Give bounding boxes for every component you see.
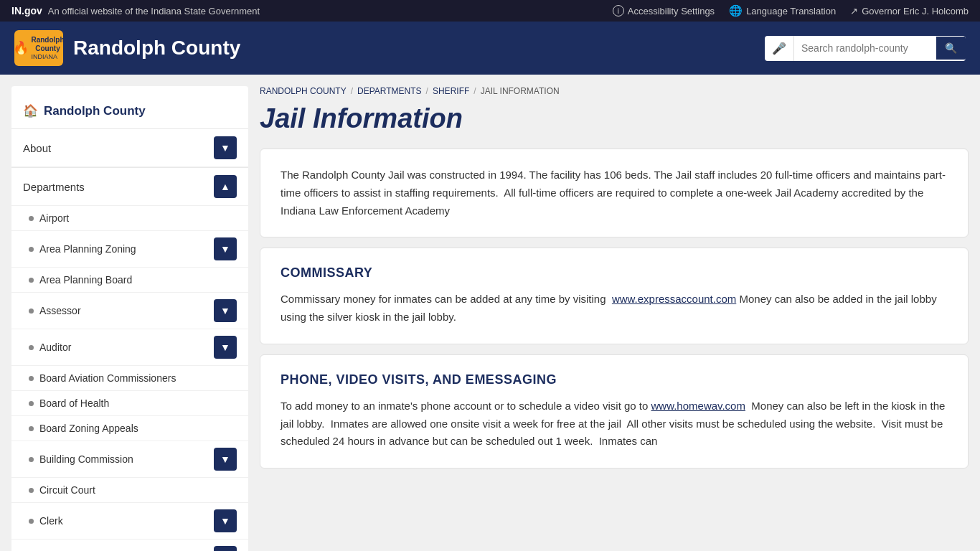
jin-logo[interactable]: IN.gov <box>11 5 42 17</box>
info-icon: i <box>613 5 624 17</box>
globe-icon: 🌐 <box>729 4 743 17</box>
breadcrumb-sep3: / <box>473 86 476 96</box>
sidebar-row-departments[interactable]: Departments ▲ <box>11 168 248 206</box>
card-intro-text: The Randolph County Jail was constructed… <box>281 166 948 220</box>
sidebar-about-label: About <box>23 142 51 154</box>
breadcrumb-sheriff[interactable]: SHERIFF <box>433 86 469 96</box>
clerk-expand-button[interactable]: ▼ <box>214 509 237 532</box>
breadcrumb-sep1: / <box>351 86 353 96</box>
dot-icon <box>29 345 34 350</box>
card-phone-video: PHONE, VIDEO VISITS, AND EMESSAGING To a… <box>260 354 969 468</box>
site-header: 🔥 Randolph County INDIANA Randolph Count… <box>0 22 980 75</box>
dot-icon <box>29 457 34 462</box>
logo-torch-icon: 🔥 <box>13 40 29 56</box>
about-expand-button[interactable]: ▼ <box>214 136 237 159</box>
dot-icon <box>29 247 34 252</box>
sidebar-item-clerk[interactable]: Clerk ▼ <box>11 503 248 540</box>
sidebar: 🏠 Randolph County About ▼ Departments ▲ <box>11 86 248 551</box>
auditor-expand-button[interactable]: ▼ <box>214 336 237 359</box>
dot-icon <box>29 278 34 283</box>
commissary-text: Commissary money for inmates can be adde… <box>281 291 948 326</box>
departments-expand-button[interactable]: ▲ <box>214 175 237 198</box>
dot-icon <box>29 488 34 493</box>
card-intro: The Randolph County Jail was constructed… <box>260 149 969 237</box>
search-button[interactable]: 🔍 <box>936 37 966 60</box>
homewav-link[interactable]: www.homewav.com <box>651 400 745 412</box>
building-commission-expand-button[interactable]: ▼ <box>214 448 237 471</box>
search-box: 🎤 🔍 <box>765 36 966 61</box>
breadcrumb-departments[interactable]: DEPARTMENTS <box>357 86 422 96</box>
area-planning-zoning-expand-button[interactable]: ▼ <box>214 237 237 260</box>
gov-bar-left: IN.gov An official website of the Indian… <box>11 5 260 17</box>
sidebar-section-about: About ▼ <box>11 128 248 167</box>
page-title: Jail Information <box>260 103 969 134</box>
card-commissary: COMMISSARY Commissary money for inmates … <box>260 248 969 344</box>
sidebar-item-board-aviation[interactable]: Board Aviation Commissioners <box>11 366 248 391</box>
home-icon: 🏠 <box>23 103 38 118</box>
breadcrumb: RANDOLPH COUNTY / DEPARTMENTS / SHERIFF … <box>260 86 969 96</box>
logo-text-line2: INDIANA <box>31 53 64 60</box>
site-logo: 🔥 Randolph County INDIANA Randolph Count… <box>14 30 240 66</box>
phone-video-text: To add money to an inmate's phone accoun… <box>281 397 948 451</box>
dot-icon <box>29 309 34 314</box>
phone-video-heading: PHONE, VIDEO VISITS, AND EMESSAGING <box>281 372 948 387</box>
breadcrumb-sep2: / <box>426 86 428 96</box>
dot-icon <box>29 519 34 524</box>
content-area: RANDOLPH COUNTY / DEPARTMENTS / SHERIFF … <box>260 86 969 551</box>
dot-icon <box>29 216 34 221</box>
dot-icon <box>29 376 34 381</box>
assessor-expand-button[interactable]: ▼ <box>214 299 237 322</box>
governor-link[interactable]: ↗ Governor Eric J. Holcomb <box>850 6 969 17</box>
sidebar-item-board-zoning-appeals[interactable]: Board Zoning Appeals <box>11 416 248 441</box>
microphone-icon[interactable]: 🎤 <box>765 36 794 61</box>
sidebar-item-building-commission[interactable]: Building Commission ▼ <box>11 441 248 478</box>
sidebar-row-about[interactable]: About ▼ <box>11 129 248 167</box>
sidebar-item-assessor[interactable]: Assessor ▼ <box>11 293 248 329</box>
sidebar-item-airport[interactable]: Airport <box>11 206 248 231</box>
sidebar-item-board-of-health[interactable]: Board of Health <box>11 391 248 416</box>
accessibility-link[interactable]: i Accessibility Settings <box>613 5 715 17</box>
dot-icon <box>29 401 34 406</box>
sidebar-item-area-planning-zoning[interactable]: Area Planning Zoning ▼ <box>11 231 248 268</box>
departments-sub-list: Airport Area Planning Zoning ▼ Area Plan… <box>11 206 248 551</box>
sidebar-item-circuit-court[interactable]: Circuit Court <box>11 478 248 503</box>
logo-badge: 🔥 Randolph County INDIANA <box>14 30 63 66</box>
sidebar-item-auditor[interactable]: Auditor ▼ <box>11 329 248 366</box>
community-corrections-expand-button[interactable]: ▼ <box>214 546 237 551</box>
sidebar-departments-label: Departments <box>23 181 85 193</box>
sidebar-section-departments: Departments ▲ Airport Area Planning Zoni… <box>11 167 248 551</box>
sidebar-item-community-corrections[interactable]: Community Corrections ▼ <box>11 540 248 551</box>
language-link[interactable]: 🌐 Language Translation <box>729 4 836 17</box>
commissary-heading: COMMISSARY <box>281 265 948 281</box>
dot-icon <box>29 426 34 431</box>
site-title: Randolph County <box>73 37 240 60</box>
sidebar-item-area-planning-board[interactable]: Area Planning Board <box>11 268 248 293</box>
gov-bar-right: i Accessibility Settings 🌐 Language Tran… <box>613 4 969 17</box>
external-link-icon: ↗ <box>850 6 858 17</box>
gov-tagline: An official website of the Indiana State… <box>48 6 260 17</box>
expressaccount-link[interactable]: www.expressaccount.com <box>612 293 736 305</box>
breadcrumb-current: JAIL INFORMATION <box>481 86 560 96</box>
sidebar-title: 🏠 Randolph County <box>11 98 248 128</box>
gov-bar: IN.gov An official website of the Indian… <box>0 0 980 22</box>
search-input[interactable] <box>794 37 936 60</box>
logo-text-line1: Randolph County <box>31 36 64 53</box>
main-container: 🏠 Randolph County About ▼ Departments ▲ <box>0 75 980 551</box>
breadcrumb-randolph-county[interactable]: RANDOLPH COUNTY <box>260 86 347 96</box>
